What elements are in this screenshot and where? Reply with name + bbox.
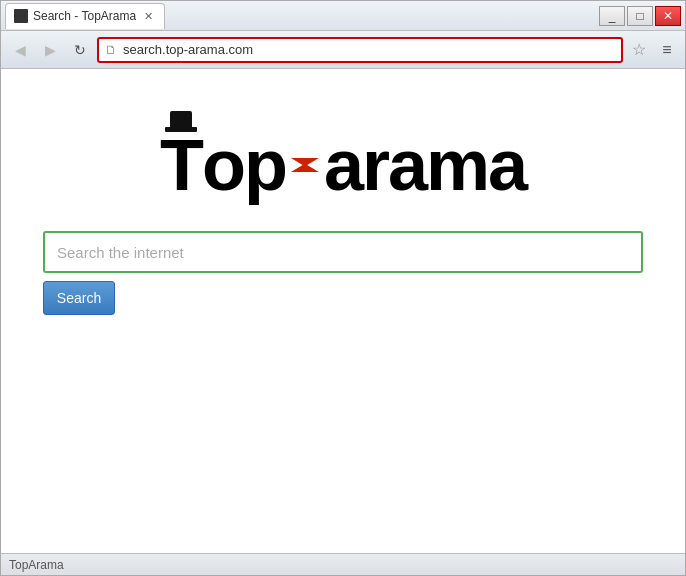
back-button[interactable]: ◀ [7,37,33,63]
forward-button[interactable]: ▶ [37,37,63,63]
search-input-wrapper [43,231,643,273]
status-text: TopArama [9,558,64,572]
refresh-button[interactable]: ↻ [67,37,93,63]
address-input[interactable] [123,42,615,57]
hat-top [170,111,192,127]
status-bar: TopArama [1,553,685,575]
browser-window: Search - TopArama ✕ _ □ ✕ ◀ ▶ ↻ 🗋 ☆ ≡ [0,0,686,576]
logo: T op arama [160,129,526,201]
logo-t: T [160,129,202,201]
search-section: Search [43,231,643,315]
bow-tie-shape [291,158,319,172]
tab-favicon [14,9,28,23]
page-icon: 🗋 [105,43,119,57]
tab-close-button[interactable]: ✕ [140,8,156,24]
logo-t-letter: T [160,125,202,205]
logo-arama: arama [324,129,526,201]
browser-tab[interactable]: Search - TopArama ✕ [5,3,165,29]
search-input[interactable] [45,233,641,271]
hat-brim [165,127,197,132]
search-button[interactable]: Search [43,281,115,315]
top-hat [165,111,197,132]
menu-button[interactable]: ≡ [655,38,679,62]
address-bar[interactable]: 🗋 [97,37,623,63]
tab-title: Search - TopArama [33,9,136,23]
bookmark-button[interactable]: ☆ [627,38,651,62]
window-controls: _ □ ✕ [599,6,681,26]
bow-tie [290,157,320,173]
minimize-button[interactable]: _ [599,6,625,26]
logo-op: op [202,129,286,201]
page-content: T op arama Search [1,69,685,553]
logo-container: T op arama [160,129,526,201]
title-bar: Search - TopArama ✕ _ □ ✕ [1,1,685,31]
toolbar: ◀ ▶ ↻ 🗋 ☆ ≡ [1,31,685,69]
close-button[interactable]: ✕ [655,6,681,26]
maximize-button[interactable]: □ [627,6,653,26]
